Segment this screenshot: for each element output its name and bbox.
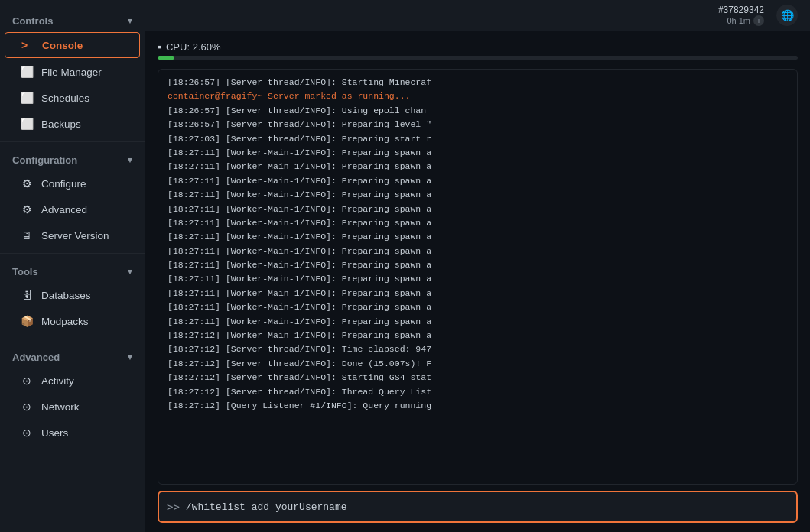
command-input-container: >> [158,491,798,523]
log-line: [18:26:57] [Server thread/INFO]: Startin… [168,76,788,89]
sidebar-item-databases[interactable]: 🗄 Databases [5,283,140,307]
command-input[interactable] [186,501,789,513]
log-line: [18:27:03] [Server thread/INFO]: Prepari… [168,132,788,146]
sidebar-item-label: Schedules [41,92,89,104]
console-log[interactable]: [18:26:57] [Server thread/INFO]: Startin… [158,69,798,485]
log-line: [18:26:57] [Server thread/INFO]: Prepari… [168,118,788,131]
sidebar-item-label: Console [42,40,83,51]
log-line: [18:27:11] [Worker-Main-1/INFO]: Prepari… [168,160,788,174]
sidebar-item-label: Advanced [41,204,87,216]
globe-icon: 🌐 [781,9,794,21]
tools-section-header[interactable]: Tools ▾ [0,258,145,282]
command-prompt: >> [167,501,180,513]
cpu-label: ▪ CPU: 2.60% [158,41,798,53]
sidebar-item-schedules[interactable]: ⬜ Schedules [5,86,140,110]
log-line: [18:27:11] [Worker-Main-1/INFO]: Prepari… [168,258,788,272]
sidebar-item-label: Databases [41,290,91,301]
configuration-label: Configuration [12,154,77,166]
log-line: [18:27:12] [Server thread/INFO]: Thread … [168,385,788,399]
sidebar-item-configure[interactable]: ⚙ Configure [5,171,140,196]
sidebar-item-network[interactable]: ⊙ Network [5,394,140,419]
log-line: [18:27:12] [Worker-Main-1/INFO]: Prepari… [168,329,788,342]
sidebar-item-console[interactable]: >_ Console [5,32,140,58]
log-line: [18:27:11] [Worker-Main-1/INFO]: Prepari… [168,174,788,188]
log-line: [18:27:11] [Worker-Main-1/INFO]: Prepari… [168,188,788,202]
server-version-icon: 🖥 [20,229,34,242]
schedules-icon: ⬜ [20,92,34,104]
network-icon: ⊙ [20,401,34,413]
globe-button[interactable]: 🌐 [776,5,798,26]
sidebar-item-label: Network [41,401,80,413]
cpu-bar-container: ▪ CPU: 2.60% [158,41,798,60]
sidebar-item-modpacks[interactable]: 📦 Modpacks [5,309,140,333]
controls-label: Controls [12,15,53,27]
sidebar-item-file-manager[interactable]: ⬜ File Manager [5,60,140,84]
sidebar-item-advanced-config[interactable]: ⚙ Advanced [5,197,140,222]
controls-section-header[interactable]: Controls ▾ [0,8,145,31]
cpu-progress-bg [158,56,798,60]
sidebar-item-label: Configure [41,178,86,190]
uptime-value: 0h 1m [727,16,750,25]
server-id: #37829342 [718,5,764,15]
log-line: [18:27:11] [Worker-Main-1/INFO]: Prepari… [168,245,788,258]
controls-chevron: ▾ [128,16,132,26]
advanced-section-header[interactable]: Advanced ▾ [0,344,145,368]
backups-icon: ⬜ [20,118,34,130]
cpu-value: CPU: 2.60% [166,41,221,53]
log-line: [18:27:11] [Worker-Main-1/INFO]: Prepari… [168,216,788,230]
content-area: ▪ CPU: 2.60% [18:26:57] [Server thread/I… [145,31,810,532]
log-line: container@fragify~ Server marked as runn… [168,89,788,103]
cpu-progress-fill [158,56,174,60]
activity-icon: ⊙ [20,375,34,387]
info-icon[interactable]: i [753,15,764,26]
advanced-chevron: ▾ [128,352,132,362]
log-line: [18:27:12] [Server thread/INFO]: Done (1… [168,357,788,371]
sidebar-item-activity[interactable]: ⊙ Activity [5,368,140,393]
log-line: [18:27:11] [Worker-Main-1/INFO]: Prepari… [168,146,788,160]
sidebar-item-label: File Manager [41,66,102,78]
log-line: [18:27:12] [Server thread/INFO]: Startin… [168,371,788,384]
sidebar: Controls ▾ >_ Console ⬜ File Manager ⬜ S… [0,0,145,532]
sidebar-item-server-version[interactable]: 🖥 Server Version [5,223,140,248]
sidebar-item-label: Backups [41,118,81,130]
topbar: #37829342 0h 1m i 🌐 [145,0,810,31]
log-line: [18:27:12] [Query Listener #1/INFO]: Que… [168,399,788,413]
advanced-config-icon: ⚙ [20,203,34,216]
log-line: [18:27:12] [Server thread/INFO]: Time el… [168,342,788,356]
configure-icon: ⚙ [20,177,34,190]
log-line: [18:27:11] [Worker-Main-1/INFO]: Prepari… [168,287,788,300]
sidebar-item-users[interactable]: ⊙ Users [5,420,140,445]
cpu-icon: ▪ [158,41,161,53]
configuration-chevron: ▾ [128,155,132,165]
tools-chevron: ▾ [128,267,132,277]
log-line: [18:27:11] [Worker-Main-1/INFO]: Prepari… [168,272,788,286]
divider-2 [0,253,145,254]
sidebar-item-label: Users [41,427,68,439]
sidebar-item-backups[interactable]: ⬜ Backups [5,112,140,136]
divider-1 [0,141,145,142]
configuration-section-header[interactable]: Configuration ▾ [0,147,145,170]
modpacks-icon: 📦 [20,315,34,327]
log-line: [18:27:11] [Worker-Main-1/INFO]: Prepari… [168,203,788,216]
databases-icon: 🗄 [20,289,34,301]
console-icon: >_ [21,39,34,51]
advanced-label: Advanced [12,352,60,363]
divider-3 [0,339,145,339]
sidebar-item-label: Activity [41,375,74,387]
log-line: [18:26:57] [Server thread/INFO]: Using e… [168,104,788,118]
sidebar-item-label: Modpacks [41,316,89,327]
main-area: #37829342 0h 1m i 🌐 ▪ CPU: 2.60% [18:26:… [145,0,810,532]
file-manager-icon: ⬜ [20,66,34,78]
users-icon: ⊙ [20,427,34,439]
log-line: [18:27:11] [Worker-Main-1/INFO]: Prepari… [168,315,788,329]
uptime-row: 0h 1m i [727,15,764,26]
log-line: [18:27:11] [Worker-Main-1/INFO]: Prepari… [168,230,788,244]
sidebar-item-label: Server Version [41,230,109,242]
tools-label: Tools [12,266,38,277]
log-line: [18:27:11] [Worker-Main-1/INFO]: Prepari… [168,300,788,314]
server-id-info: #37829342 0h 1m i [718,5,764,26]
